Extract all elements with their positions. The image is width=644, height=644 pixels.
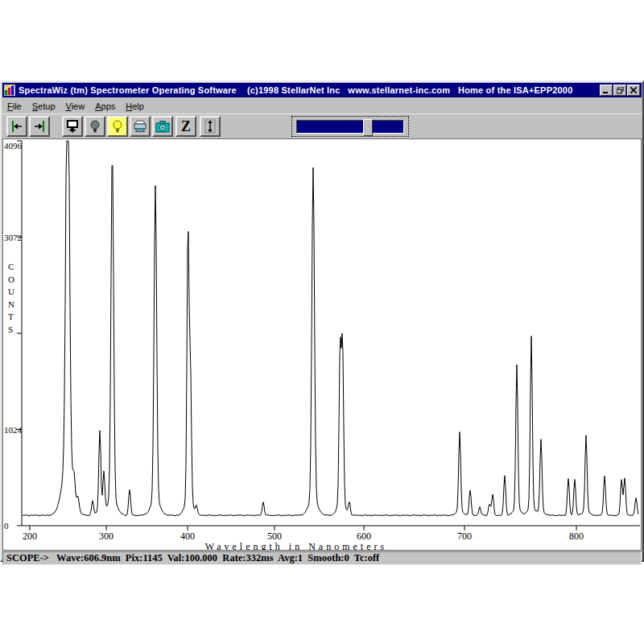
print-button[interactable] bbox=[130, 116, 151, 137]
slider-groove[interactable] bbox=[296, 120, 404, 134]
monitor-snapshot-icon bbox=[66, 119, 79, 134]
lamp-on-icon bbox=[112, 119, 123, 134]
menu-item-help[interactable]: Help bbox=[126, 101, 144, 111]
zoom-z-button[interactable]: Z bbox=[175, 116, 196, 137]
svg-text:O: O bbox=[8, 275, 14, 284]
vertical-autoscale-icon bbox=[204, 119, 217, 134]
svg-text:200: 200 bbox=[23, 530, 37, 542]
lamp-on-button[interactable] bbox=[107, 116, 128, 137]
close-button[interactable] bbox=[627, 85, 640, 96]
minimize-icon bbox=[603, 87, 609, 93]
title-bar: SpectraWiz (tm) Spectrometer Operating S… bbox=[2, 83, 642, 97]
camera-icon bbox=[155, 120, 170, 133]
lamp-off-button[interactable] bbox=[85, 116, 105, 137]
minimize-button[interactable] bbox=[600, 85, 613, 96]
integration-time-slider[interactable] bbox=[291, 116, 409, 137]
svg-text:500: 500 bbox=[267, 530, 282, 542]
svg-text:4096: 4096 bbox=[4, 141, 23, 151]
svg-text:0: 0 bbox=[4, 521, 9, 530]
menu-bar: File Setup View Apps Help bbox=[2, 98, 642, 114]
chart-panel: 4096307210240COUNTS200300400500600700800… bbox=[2, 138, 642, 551]
slider-thumb[interactable] bbox=[363, 119, 373, 136]
svg-text:300: 300 bbox=[99, 530, 114, 542]
svg-text:Z: Z bbox=[181, 119, 191, 134]
restore-icon bbox=[617, 87, 624, 94]
svg-text:800: 800 bbox=[569, 530, 584, 542]
monitor-snapshot-button[interactable] bbox=[62, 116, 83, 137]
step-to-end-button[interactable] bbox=[29, 116, 50, 137]
close-icon bbox=[630, 87, 637, 93]
svg-text:T: T bbox=[8, 312, 14, 321]
menu-item-setup[interactable]: Setup bbox=[32, 101, 56, 111]
spectrum-chart[interactable]: 4096307210240COUNTS200300400500600700800… bbox=[3, 139, 642, 550]
lamp-off-icon bbox=[89, 119, 101, 134]
step-to-start-icon bbox=[10, 120, 24, 133]
svg-text:C: C bbox=[8, 262, 14, 271]
svg-text:400: 400 bbox=[180, 530, 195, 542]
svg-text:1024: 1024 bbox=[4, 425, 23, 435]
step-to-start-button[interactable] bbox=[6, 116, 27, 137]
app-window: SpectraWiz (tm) Spectrometer Operating S… bbox=[0, 80, 644, 562]
status-text: SCOPE-> Wave:606.9nm Pix:1145 Val:100.00… bbox=[3, 552, 379, 564]
svg-text:Wavelength in Nanometers: Wavelength in Nanometers bbox=[205, 541, 387, 550]
toolbar: Z bbox=[2, 114, 642, 138]
restore-button[interactable] bbox=[613, 85, 626, 96]
camera-snapshot-button[interactable] bbox=[152, 116, 173, 137]
desktop: SpectraWiz (tm) Spectrometer Operating S… bbox=[0, 0, 644, 644]
svg-text:3072: 3072 bbox=[4, 233, 22, 242]
printer-icon bbox=[133, 120, 147, 133]
svg-text:600: 600 bbox=[357, 530, 371, 542]
vertical-autoscale-button[interactable] bbox=[200, 116, 221, 137]
svg-text:N: N bbox=[8, 299, 14, 309]
window-title: SpectraWiz (tm) Spectrometer Operating S… bbox=[19, 85, 599, 95]
menu-item-view[interactable]: View bbox=[66, 101, 85, 111]
zoom-z-icon: Z bbox=[180, 119, 192, 134]
app-icon bbox=[4, 85, 15, 96]
status-bar: SCOPE-> Wave:606.9nm Pix:1145 Val:100.00… bbox=[2, 551, 642, 565]
menu-item-file[interactable]: File bbox=[7, 101, 22, 111]
menu-item-apps[interactable]: Apps bbox=[95, 101, 115, 111]
step-to-end-icon bbox=[32, 120, 47, 133]
svg-text:700: 700 bbox=[457, 530, 472, 542]
svg-text:S: S bbox=[8, 324, 13, 334]
svg-text:U: U bbox=[8, 287, 14, 296]
